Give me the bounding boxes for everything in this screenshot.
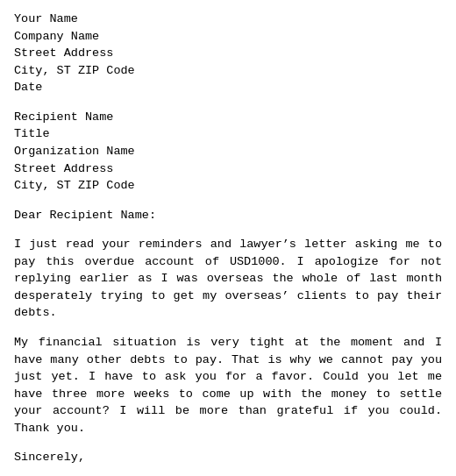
recipient-organization: Organization Name (14, 143, 442, 160)
salutation-block: Dear Recipient Name: (14, 207, 442, 224)
body-paragraph-1: I just read your reminders and lawyer’s … (14, 236, 442, 322)
sender-street: Street Address (14, 45, 442, 62)
recipient-name: Recipient Name (14, 109, 442, 126)
letter-container: Your Name Company Name Street Address Ci… (14, 11, 442, 476)
sender-date: Date (14, 79, 442, 96)
body-paragraph-2: My financial situation is very tight at … (14, 334, 442, 437)
recipient-city: City, ST ZIP Code (14, 177, 442, 195)
closing-block: Sincerely, (14, 449, 442, 466)
closing: Sincerely, (14, 449, 442, 466)
recipient-title: Title (14, 125, 442, 143)
recipient-street: Street Address (14, 160, 442, 178)
sender-block: Your Name Company Name Street Address Ci… (14, 11, 442, 96)
sender-city: City, ST ZIP Code (14, 62, 442, 80)
sender-name: Your Name (14, 11, 442, 28)
recipient-block: Recipient Name Title Organization Name S… (14, 109, 442, 195)
salutation: Dear Recipient Name: (14, 207, 442, 224)
sender-company: Company Name (14, 28, 442, 46)
